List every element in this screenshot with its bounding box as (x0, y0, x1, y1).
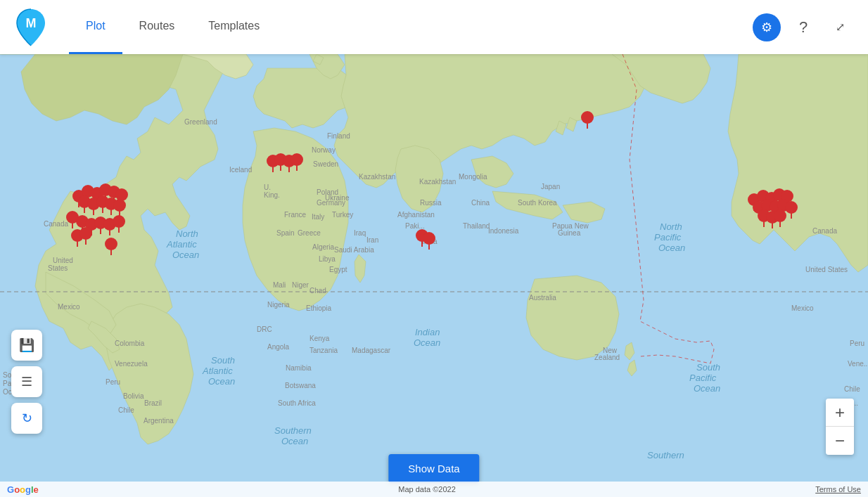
app-logo: M (14, 8, 48, 47)
list-button[interactable]: ☰ (11, 366, 42, 397)
zoom-controls: + − (826, 399, 854, 455)
tab-plot[interactable]: Plot (69, 0, 122, 54)
svg-text:M: M (26, 16, 37, 30)
svg-text:Southern: Southern (274, 425, 312, 436)
header-right: ⚙ ? ⤢ (753, 13, 868, 41)
svg-text:Sweden: Sweden (313, 160, 338, 168)
svg-text:Norway: Norway (312, 146, 336, 154)
svg-text:Iraq: Iraq (354, 229, 366, 237)
refresh-button[interactable]: ↻ (11, 403, 42, 434)
svg-text:Mexico: Mexico (58, 303, 80, 311)
svg-text:Atlantic: Atlantic (202, 366, 233, 376)
svg-text:King.: King. (264, 191, 280, 199)
svg-text:United States: United States (805, 266, 848, 273)
svg-text:Ocean: Ocean (208, 376, 235, 387)
svg-text:Australia: Australia (529, 294, 556, 302)
svg-text:South Africa: South Africa (278, 399, 316, 407)
svg-text:Turkey: Turkey (332, 211, 353, 219)
save-icon: 💾 (19, 337, 34, 353)
svg-text:Ocean: Ocean (172, 250, 199, 260)
svg-text:Zealand: Zealand (594, 354, 620, 361)
svg-text:Afghanistan: Afghanistan (397, 211, 435, 219)
svg-text:Kazakhstan: Kazakhstan (419, 178, 456, 186)
svg-text:Colombia: Colombia (115, 340, 145, 347)
svg-text:Algeria: Algeria (312, 243, 335, 251)
help-icon: ? (799, 18, 808, 37)
svg-text:Ethiopia: Ethiopia (306, 304, 332, 312)
svg-text:North: North (660, 221, 682, 232)
zoom-in-button[interactable]: + (826, 399, 854, 427)
svg-text:Pacific: Pacific (654, 232, 682, 243)
show-data-button[interactable]: Show Data (388, 454, 479, 483)
svg-text:Peru: Peru (106, 378, 120, 386)
world-map-svg: North Atlantic Ocean South Atlantic Ocea… (0, 54, 868, 497)
settings-button[interactable]: ⚙ (753, 13, 781, 41)
zoom-out-button[interactable]: − (826, 427, 854, 455)
svg-text:Mongolia: Mongolia (459, 173, 487, 181)
svg-text:Mexico: Mexico (791, 304, 814, 312)
svg-text:South: South (696, 362, 720, 373)
svg-text:Argentina: Argentina (143, 417, 174, 425)
google-logo: Google (7, 484, 39, 495)
svg-text:Egypt: Egypt (329, 266, 347, 273)
refresh-icon: ↻ (22, 411, 32, 426)
svg-text:South Korea: South Korea (518, 199, 557, 207)
svg-text:France: France (284, 211, 307, 219)
terms-link[interactable]: Terms of Use (815, 485, 861, 493)
svg-text:Finland: Finland (327, 132, 350, 140)
svg-text:Chad: Chad (309, 287, 326, 295)
map-data-attribution: Map data ©2022 (398, 485, 456, 493)
expand-button[interactable]: ⤢ (826, 13, 854, 41)
svg-text:Venezuela: Venezuela (115, 360, 148, 368)
tab-routes[interactable]: Routes (122, 0, 192, 54)
svg-text:Pacific: Pacific (689, 373, 717, 383)
svg-text:South: South (211, 355, 235, 366)
svg-text:Canada: Canada (812, 227, 837, 235)
svg-text:Guinea: Guinea (558, 229, 581, 237)
svg-text:Greece: Greece (298, 229, 321, 237)
svg-text:Brazil: Brazil (144, 399, 162, 407)
left-toolbar: 💾 ☰ ↻ (11, 330, 42, 434)
svg-text:United: United (53, 257, 73, 264)
svg-text:Chile: Chile (118, 406, 134, 414)
svg-text:Indian: Indian (415, 327, 440, 337)
header: M Plot Routes Templates ⚙ ? ⤢ (0, 0, 868, 54)
svg-text:Botswana: Botswana (285, 382, 316, 389)
svg-text:Kazakhstan: Kazakhstan (359, 173, 395, 181)
svg-text:Tanzania: Tanzania (309, 347, 338, 354)
svg-text:Ocean: Ocean (281, 436, 308, 446)
bottom-bar: Google Map data ©2022 Terms of Use (0, 482, 868, 497)
svg-text:Atlantic: Atlantic (166, 239, 197, 250)
svg-text:DRC: DRC (257, 325, 272, 333)
svg-text:Ukraine: Ukraine (325, 194, 350, 202)
settings-icon: ⚙ (761, 20, 772, 35)
map-container: North Atlantic Ocean South Atlantic Ocea… (0, 54, 868, 497)
svg-text:Iceland: Iceland (229, 166, 252, 174)
svg-text:Japan: Japan (541, 183, 560, 191)
svg-text:Kenya: Kenya (309, 335, 330, 342)
svg-text:States: States (48, 264, 68, 272)
svg-text:Chile: Chile (844, 385, 860, 393)
svg-text:Paki...: Paki... (405, 222, 425, 230)
svg-text:Canada: Canada (44, 220, 68, 228)
logo-area: M (0, 8, 62, 47)
svg-text:Southern: Southern (647, 450, 684, 460)
help-button[interactable]: ? (789, 13, 817, 41)
save-button[interactable]: 💾 (11, 330, 42, 361)
svg-text:Madagascar: Madagascar (352, 347, 391, 354)
svg-text:Angola: Angola (267, 343, 290, 351)
svg-text:Peru: Peru (850, 340, 864, 347)
tab-templates[interactable]: Templates (191, 0, 276, 54)
svg-text:Saudi Arabia: Saudi Arabia (334, 246, 374, 254)
svg-text:Mali: Mali (273, 281, 286, 289)
svg-text:Namibia: Namibia (286, 364, 312, 372)
svg-text:Russia: Russia (420, 199, 442, 207)
svg-text:Spain: Spain (276, 229, 295, 237)
svg-text:Ocean: Ocean (414, 337, 440, 348)
svg-text:U.: U. (264, 183, 271, 191)
svg-text:Ocean: Ocean (694, 383, 720, 394)
svg-text:Libya: Libya (319, 255, 336, 263)
svg-text:Vene...: Vene... (848, 360, 868, 368)
svg-text:Greenland: Greenland (184, 118, 217, 126)
svg-text:Niger: Niger (292, 281, 309, 289)
